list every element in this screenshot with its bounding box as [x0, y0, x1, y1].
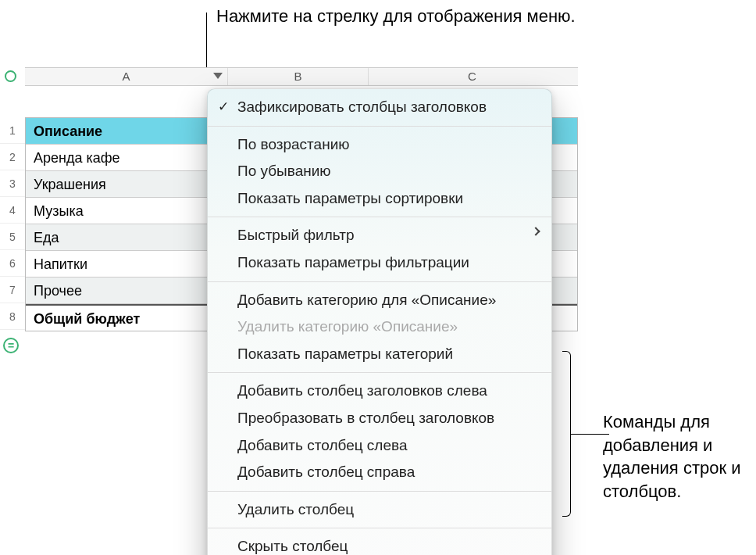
menu-item-label: Добавить столбец заголовков слева — [237, 382, 487, 399]
menu-item-hide-column[interactable]: Скрыть столбец — [208, 533, 551, 555]
column-context-menu: ✓ Зафиксировать столбцы заголовков По во… — [207, 88, 552, 555]
menu-item-label: Показать параметры категорий — [237, 346, 453, 362]
callout-right-bracket — [562, 351, 594, 517]
menu-item-label: Добавить категорию для «Описание» — [237, 292, 496, 308]
menu-item-add-column-right[interactable]: Добавить столбец справа — [208, 459, 551, 486]
cell[interactable]: Музыка — [26, 198, 229, 224]
column-header-c-label: C — [468, 70, 476, 83]
menu-item-add-category[interactable]: Добавить категорию для «Описание» — [208, 287, 551, 314]
menu-separator — [208, 528, 551, 528]
cell[interactable]: Напитки — [26, 251, 229, 277]
menu-item-show-category-options[interactable]: Показать параметры категорий — [208, 341, 551, 368]
cell[interactable]: Украшения — [26, 171, 229, 197]
menu-item-label: Добавить столбец справа — [237, 464, 415, 480]
menu-item-label: Удалить столбец — [237, 501, 354, 517]
column-header-c[interactable]: C — [369, 68, 576, 85]
row-number[interactable]: 8 — [0, 303, 25, 330]
cell[interactable]: Аренда кафе — [26, 145, 229, 170]
menu-item-label: Показать параметры фильтрации — [237, 254, 469, 270]
cell[interactable]: Общий бюджет — [26, 306, 229, 331]
menu-item-label: Скрыть столбец — [237, 538, 348, 554]
menu-item-label: Добавить столбец слева — [237, 437, 407, 453]
checkmark-icon: ✓ — [218, 98, 229, 116]
table-handle-icon[interactable] — [5, 70, 16, 82]
column-header-b-label: B — [294, 70, 301, 83]
menu-item-sort-descending[interactable]: По убыванию — [208, 158, 551, 185]
row-number-gutter: 1 2 3 4 5 6 7 8 — [0, 117, 25, 331]
menu-item-sort-ascending[interactable]: По возрастанию — [208, 131, 551, 159]
column-header-a[interactable]: A — [25, 68, 228, 85]
menu-item-convert-to-header-column[interactable]: Преобразовать в столбец заголовков — [208, 405, 551, 432]
cell[interactable]: Описание — [26, 118, 229, 144]
row-number[interactable]: 4 — [0, 197, 25, 224]
column-headers: A B C — [25, 67, 578, 86]
cell[interactable]: Прочее — [26, 278, 229, 303]
menu-item-show-filter-options[interactable]: Показать параметры фильтрации — [208, 249, 551, 277]
row-number[interactable]: 2 — [0, 144, 25, 170]
column-header-b[interactable]: B — [228, 68, 369, 85]
row-number[interactable]: 3 — [0, 170, 25, 197]
menu-item-add-header-column-left[interactable]: Добавить столбец заголовков слева — [208, 378, 551, 405]
menu-item-label: Зафиксировать столбцы заголовков — [237, 98, 487, 115]
chevron-down-icon[interactable] — [213, 73, 223, 79]
menu-separator — [208, 281, 551, 282]
menu-item-add-column-left[interactable]: Добавить столбец слева — [208, 432, 551, 460]
menu-item-label: По возрастанию — [237, 136, 350, 152]
chevron-right-icon — [531, 227, 540, 236]
row-number[interactable]: 6 — [0, 250, 25, 277]
menu-separator — [208, 217, 551, 217]
callout-top: Нажмите на стрелку для отображения меню. — [216, 5, 576, 28]
row-number[interactable]: 5 — [0, 224, 25, 250]
menu-item-label: Преобразовать в столбец заголовков — [237, 410, 494, 426]
menu-item-show-sort-options[interactable]: Показать параметры сортировки — [208, 185, 551, 213]
menu-separator — [208, 126, 551, 127]
row-number[interactable]: 1 — [0, 117, 25, 144]
menu-item-quick-filter[interactable]: Быстрый фильтр — [208, 222, 551, 249]
menu-item-remove-category: Удалить категорию «Описание» — [208, 313, 551, 341]
cell[interactable]: Еда — [26, 224, 229, 250]
menu-item-delete-column[interactable]: Удалить столбец — [208, 496, 551, 524]
row-number[interactable]: 7 — [0, 277, 25, 303]
menu-item-freeze-header-columns[interactable]: ✓ Зафиксировать столбцы заголовков — [208, 94, 551, 121]
menu-separator — [208, 372, 551, 373]
equals-icon[interactable]: = — [3, 338, 19, 353]
column-header-a-label: A — [122, 70, 130, 83]
menu-separator — [208, 491, 551, 492]
menu-item-label: По убыванию — [237, 163, 331, 179]
menu-item-label: Показать параметры сортировки — [237, 190, 463, 206]
callout-right: Команды для добавления и удаления строк … — [603, 410, 756, 503]
menu-item-label: Удалить категорию «Описание» — [237, 318, 458, 335]
menu-item-label: Быстрый фильтр — [237, 227, 354, 243]
